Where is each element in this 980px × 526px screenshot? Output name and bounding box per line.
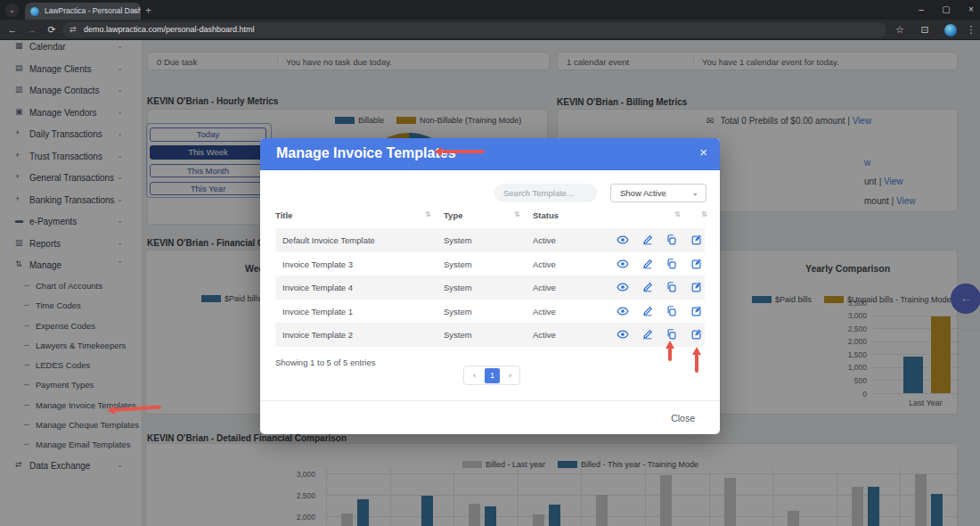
- table-row: Invoice Template 2SystemActive: [275, 323, 705, 347]
- cell-status: Active: [533, 235, 556, 245]
- compose-icon[interactable]: [690, 234, 703, 246]
- bookmark-star-icon[interactable]: ☆: [891, 20, 909, 40]
- cell-type: System: [444, 235, 472, 245]
- cell-status: Active: [533, 330, 556, 340]
- cell-title: Default Invoice Template: [282, 235, 375, 245]
- annotation-arrow-duplicate-icon: [666, 342, 674, 362]
- dashboard-page: ▦Calendar⌄▤Manage Clients⌄▥Manage Contac…: [0, 40, 980, 526]
- manage-invoice-templates-modal: Manage Invoice Templates × Show Active ⌄…: [260, 138, 720, 434]
- duplicate-icon[interactable]: [666, 328, 678, 341]
- sort-icon[interactable]: ⇅: [701, 210, 707, 218]
- compose-icon[interactable]: [690, 328, 703, 341]
- cell-title: Invoice Template 2: [282, 330, 353, 340]
- cell-type: System: [444, 259, 472, 269]
- chevron-down-icon: ⌄: [691, 185, 698, 201]
- page-1-button[interactable]: 1: [485, 368, 500, 383]
- sort-icon[interactable]: ⇅: [674, 210, 681, 218]
- profile-avatar[interactable]: [944, 24, 957, 37]
- view-icon[interactable]: [617, 281, 629, 293]
- next-page-button[interactable]: ›: [502, 368, 518, 383]
- prev-page-button[interactable]: ‹: [467, 368, 482, 383]
- cell-status: Active: [533, 307, 556, 316]
- address-bar: ← → ⟳ ⇄ demo.lawpractica.com/personal-da…: [0, 20, 980, 40]
- window-maximize-button[interactable]: ▢: [934, 0, 959, 20]
- cell-status: Active: [533, 259, 556, 269]
- new-tab-button[interactable]: +: [145, 4, 151, 17]
- window-minimize-button[interactable]: –: [909, 0, 934, 20]
- tab-title: LawPractica - Personal Dashbo: [45, 6, 141, 15]
- duplicate-icon[interactable]: [666, 305, 678, 317]
- url-field[interactable]: ⇄ demo.lawpractica.com/personal-dashboar…: [62, 22, 886, 37]
- compose-icon[interactable]: [690, 281, 703, 293]
- cell-title: Invoice Template 4: [282, 283, 353, 292]
- tab-close-icon[interactable]: ×: [132, 3, 137, 20]
- browser-chrome: ⌄ LawPractica - Personal Dashbo × + – ▢ …: [0, 0, 980, 40]
- column-type[interactable]: Type: [444, 210, 462, 220]
- table-row: Invoice Template 3SystemActive: [275, 252, 705, 276]
- tab-search-chevron-icon[interactable]: ⌄: [5, 4, 19, 17]
- duplicate-icon[interactable]: [666, 258, 678, 270]
- edit-icon[interactable]: [641, 234, 654, 246]
- search-template-input[interactable]: [494, 184, 597, 202]
- view-icon[interactable]: [617, 234, 629, 246]
- edit-icon[interactable]: [641, 328, 654, 341]
- table-header: Title ⇅ Type ⇅ Status ⇅ ⇅: [275, 209, 705, 225]
- browser-tab[interactable]: LawPractica - Personal Dashbo ×: [25, 3, 141, 20]
- edit-icon[interactable]: [641, 305, 654, 317]
- table-row: Invoice Template 1SystemActive: [275, 300, 705, 324]
- annotation-arrow-compose-icon: [692, 349, 701, 374]
- url-text: demo.lawpractica.com/personal-dashboard.…: [84, 25, 255, 34]
- cell-title: Invoice Template 3: [282, 259, 353, 269]
- cell-type: System: [444, 330, 472, 340]
- table-row: Invoice Template 4SystemActive: [275, 275, 705, 300]
- pagination: ‹ 1 ›: [463, 366, 520, 385]
- edit-icon[interactable]: [641, 281, 654, 293]
- duplicate-icon[interactable]: [666, 281, 678, 293]
- back-icon[interactable]: ←: [4, 20, 21, 40]
- close-button[interactable]: Close: [671, 413, 695, 423]
- extensions-icon[interactable]: ⊡: [916, 20, 934, 40]
- modal-header: Manage Invoice Templates ×: [260, 138, 720, 170]
- annotation-arrow-modal-title: [441, 147, 487, 156]
- status-filter-select[interactable]: Show Active ⌄: [610, 184, 706, 202]
- modal-close-icon[interactable]: ×: [699, 144, 707, 160]
- cell-status: Active: [533, 283, 556, 292]
- view-icon[interactable]: [617, 305, 629, 317]
- forward-icon[interactable]: →: [23, 20, 41, 40]
- cell-title: Invoice Template 1: [282, 307, 353, 316]
- reload-icon[interactable]: ⟳: [43, 20, 61, 40]
- compose-icon[interactable]: [690, 305, 703, 317]
- modal-footer: Close: [260, 400, 720, 434]
- window-close-button[interactable]: ×: [959, 0, 980, 20]
- compose-icon[interactable]: [690, 258, 703, 270]
- modal-title: Manage Invoice Templates: [276, 145, 456, 161]
- view-icon[interactable]: [617, 328, 629, 341]
- browser-menu-icon[interactable]: ⋮: [962, 20, 980, 40]
- table-row: Default Invoice TemplateSystemActive: [275, 228, 705, 252]
- cell-type: System: [444, 283, 472, 292]
- site-info-icon[interactable]: ⇄: [69, 22, 77, 37]
- duplicate-icon[interactable]: [666, 234, 678, 246]
- showing-entries-text: Showing 1 to 5 of 5 entries: [275, 358, 376, 367]
- view-icon[interactable]: [617, 258, 629, 270]
- column-title[interactable]: Title: [275, 210, 292, 220]
- status-filter-value: Show Active: [620, 188, 666, 198]
- edit-icon[interactable]: [641, 258, 654, 270]
- sort-icon[interactable]: ⇅: [425, 210, 431, 218]
- column-status[interactable]: Status: [533, 210, 559, 220]
- tab-strip: ⌄ LawPractica - Personal Dashbo × + – ▢ …: [0, 0, 980, 20]
- sort-icon[interactable]: ⇅: [514, 210, 520, 218]
- site-favicon-icon: [30, 7, 39, 16]
- cell-type: System: [444, 307, 472, 316]
